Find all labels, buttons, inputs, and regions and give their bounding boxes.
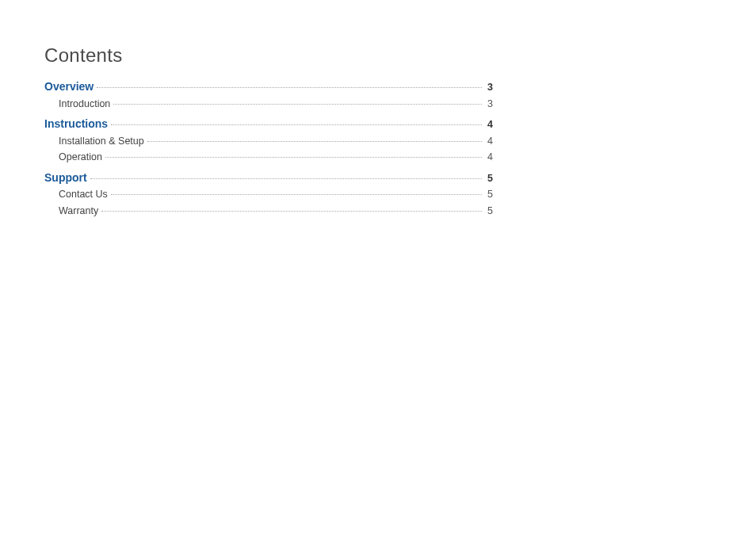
toc-item-contact-us[interactable]: Contact Us 5 — [44, 189, 493, 200]
toc-item-page: 3 — [485, 99, 493, 109]
toc-leader — [113, 103, 482, 105]
toc-item-page: 4 — [485, 136, 493, 147]
toc-section-page: 5 — [485, 174, 493, 184]
toc-leader — [147, 140, 482, 142]
toc-section-label: Instructions — [44, 118, 108, 129]
contents-page: Contents Overview 3 Introduction 3 Instr… — [0, 0, 540, 216]
toc-section-label: Overview — [44, 81, 94, 92]
toc-item-page: 4 — [485, 152, 493, 162]
toc-section-page: 4 — [485, 120, 493, 130]
toc-section-page: 3 — [485, 82, 493, 93]
toc-item-label: Introduction — [59, 99, 110, 109]
toc-leader — [111, 193, 482, 195]
toc-item-label: Warranty — [59, 206, 98, 216]
page-title: Contents — [44, 44, 493, 67]
toc: Overview 3 Introduction 3 Instructions 4… — [44, 81, 493, 216]
toc-leader — [90, 178, 482, 179]
toc-leader — [105, 156, 482, 158]
toc-item-label: Installation & Setup — [59, 136, 144, 147]
toc-section-overview[interactable]: Overview 3 — [44, 81, 493, 93]
toc-item-introduction[interactable]: Introduction 3 — [44, 99, 493, 109]
toc-leader — [111, 124, 482, 125]
toc-leader — [97, 86, 482, 88]
toc-section-support[interactable]: Support 5 — [44, 172, 493, 184]
toc-item-page: 5 — [485, 206, 493, 216]
toc-item-installation-setup[interactable]: Installation & Setup 4 — [44, 136, 493, 147]
toc-section-instructions[interactable]: Instructions 4 — [44, 118, 493, 130]
toc-item-operation[interactable]: Operation 4 — [44, 152, 493, 162]
toc-item-page: 5 — [485, 189, 493, 200]
toc-leader — [101, 210, 482, 212]
toc-item-label: Contact Us — [59, 189, 108, 200]
toc-item-label: Operation — [59, 152, 102, 162]
toc-section-label: Support — [44, 172, 87, 183]
toc-item-warranty[interactable]: Warranty 5 — [44, 206, 493, 216]
